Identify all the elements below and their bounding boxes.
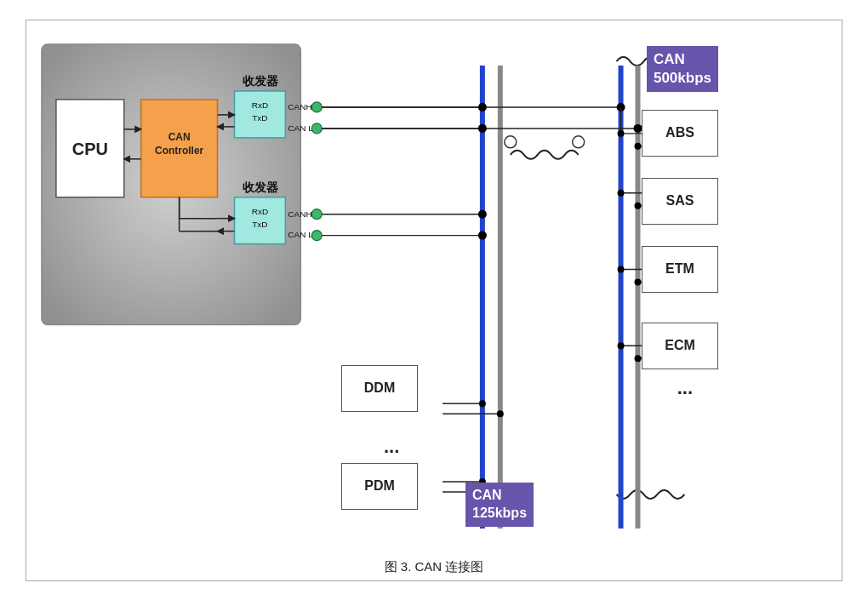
svg-point-54 xyxy=(635,142,642,149)
svg-text:CANH: CANH xyxy=(288,209,311,218)
svg-rect-1 xyxy=(56,99,124,197)
diagram-caption: 图 3. CAN 连接图 xyxy=(385,552,484,580)
svg-rect-12 xyxy=(234,197,285,243)
svg-point-66 xyxy=(635,355,642,362)
svg-point-27 xyxy=(311,123,322,133)
svg-rect-8 xyxy=(234,90,285,137)
sas-device: SAS xyxy=(642,178,718,225)
svg-point-61 xyxy=(618,266,625,272)
svg-point-58 xyxy=(635,202,642,209)
svg-point-57 xyxy=(618,189,625,196)
svg-text:CAN: CAN xyxy=(168,130,191,142)
svg-point-49 xyxy=(634,123,642,132)
svg-point-45 xyxy=(478,123,487,132)
pdm-device: PDM xyxy=(341,463,418,510)
outer-frame: CPU CAN Controller RxD TxD xyxy=(26,20,842,581)
svg-point-37 xyxy=(573,135,585,147)
svg-point-65 xyxy=(618,342,625,349)
svg-text:CANH: CANH xyxy=(288,101,311,111)
svg-point-48 xyxy=(617,102,625,111)
svg-text:CAN L: CAN L xyxy=(288,229,313,238)
svg-text:CPU: CPU xyxy=(72,139,108,157)
etm-device: ETM xyxy=(642,246,718,293)
svg-point-69 xyxy=(479,400,486,407)
svg-point-36 xyxy=(505,135,517,147)
can-500kbps-badge: CAN500kbps xyxy=(647,46,718,92)
svg-point-26 xyxy=(311,101,322,111)
svg-text:CAN L: CAN L xyxy=(288,123,313,132)
svg-text:收发器: 收发器 xyxy=(243,180,279,193)
svg-point-46 xyxy=(478,209,487,218)
bottom-ellipsis: ··· xyxy=(384,441,399,463)
svg-text:收发器: 收发器 xyxy=(243,73,279,87)
right-ellipsis: ··· xyxy=(677,382,693,404)
svg-point-62 xyxy=(635,278,642,285)
svg-point-53 xyxy=(618,129,625,136)
svg-text:RxD: RxD xyxy=(252,100,268,109)
svg-text:RxD: RxD xyxy=(252,206,268,215)
ecm-device: ECM xyxy=(642,323,718,369)
svg-point-30 xyxy=(311,209,322,219)
svg-text:Controller: Controller xyxy=(155,144,204,156)
diagram-svg: CPU CAN Controller RxD TxD xyxy=(26,20,842,552)
svg-rect-0 xyxy=(42,44,300,324)
svg-point-31 xyxy=(311,230,322,240)
can-125kbps-badge: CAN125kbps xyxy=(465,483,534,527)
ddm-device: DDM xyxy=(341,365,418,412)
abs-device: ABS xyxy=(642,110,718,157)
svg-text:TxD: TxD xyxy=(252,219,267,228)
svg-point-47 xyxy=(478,231,487,239)
svg-point-44 xyxy=(478,102,487,111)
svg-text:TxD: TxD xyxy=(252,112,267,122)
diagram-area: CPU CAN Controller RxD TxD xyxy=(26,20,842,552)
svg-point-70 xyxy=(497,410,504,417)
svg-rect-3 xyxy=(141,99,218,197)
